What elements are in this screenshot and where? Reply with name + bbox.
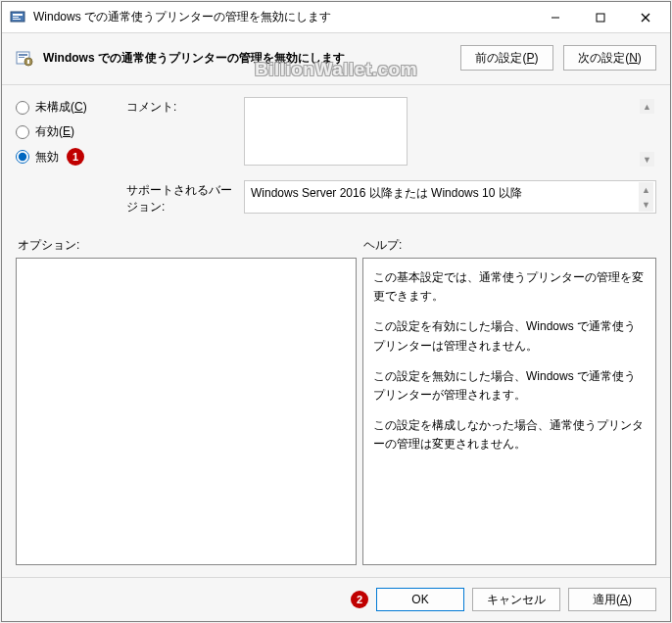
radio-enabled-input[interactable]	[16, 125, 29, 139]
comment-scroll-indicator: ▲ ▼	[640, 99, 654, 167]
ok-button[interactable]: OK	[376, 588, 464, 611]
app-icon	[10, 10, 25, 25]
help-paragraph: この設定を構成しなかった場合、通常使うプリンターの管理は変更されません。	[373, 416, 646, 454]
radio-enabled[interactable]: 有効(E)	[16, 123, 119, 140]
help-paragraph: この設定を無効にした場合、Windows で通常使うプリンターが管理されます。	[373, 367, 646, 405]
svg-rect-2	[13, 17, 19, 18]
svg-rect-1	[13, 14, 23, 16]
radio-not-configured-input[interactable]	[16, 101, 29, 115]
titlebar: Windows での通常使うプリンターの管理を無効にします	[2, 2, 670, 33]
radio-not-configured[interactable]: 未構成(C)	[16, 99, 119, 116]
close-button[interactable]	[623, 3, 668, 32]
comment-label: コメント:	[126, 97, 234, 116]
options-heading: オプション:	[16, 237, 363, 254]
apply-button[interactable]: 適用(A)	[568, 588, 656, 611]
scroll-up-icon: ▲	[639, 182, 653, 197]
svg-rect-12	[27, 60, 29, 64]
minimize-button[interactable]	[533, 3, 578, 32]
previous-setting-button[interactable]: 前の設定(P)	[460, 45, 553, 71]
dialog-header: Windows での通常使うプリンターの管理を無効にします 前の設定(P) 次の…	[2, 33, 670, 85]
help-paragraph: この設定を有効にした場合、Windows で通常使うプリンターは管理されません。	[373, 317, 646, 355]
radio-not-configured-label: 未構成(C)	[35, 99, 87, 116]
radio-disabled-input[interactable]	[16, 150, 29, 164]
comment-textarea[interactable]	[244, 97, 408, 166]
radio-disabled[interactable]: 無効 1	[16, 148, 119, 166]
options-panel	[16, 258, 357, 565]
dialog-window: Windows での通常使うプリンターの管理を無効にします Windows での…	[1, 1, 671, 622]
policy-title: Windows での通常使うプリンターの管理を無効にします	[43, 50, 451, 67]
mid-column: コメント: ▲ ▼ サポートされるバージョン: Windows Server 2…	[126, 97, 656, 216]
scroll-up-icon: ▲	[640, 99, 654, 114]
help-paragraph: この基本設定では、通常使うプリンターの管理を変更できます。	[373, 268, 646, 306]
dialog-footer: 2 OK キャンセル 適用(A)	[2, 577, 670, 621]
annotation-badge-1: 1	[67, 148, 84, 166]
scroll-down-icon: ▼	[640, 152, 654, 167]
svg-rect-3	[13, 19, 21, 20]
svg-rect-5	[597, 14, 604, 22]
supported-on-label: サポートされるバージョン:	[126, 180, 234, 216]
scroll-down-icon: ▼	[639, 197, 653, 212]
annotation-badge-2: 2	[351, 591, 368, 608]
subhead-row: オプション: ヘルプ:	[16, 237, 656, 254]
window-title: Windows での通常使うプリンターの管理を無効にします	[33, 9, 533, 25]
svg-rect-9	[19, 54, 27, 56]
policy-icon	[16, 49, 33, 67]
help-heading: ヘルプ:	[363, 237, 402, 254]
panels-row: この基本設定では、通常使うプリンターの管理を変更できます。 この設定を有効にした…	[16, 258, 656, 565]
radio-disabled-label: 無効	[35, 149, 59, 166]
supported-scroll-indicator: ▲ ▼	[639, 182, 653, 212]
maximize-button[interactable]	[578, 3, 623, 32]
supported-on-text: Windows Server 2016 以降または Windows 10 以降 …	[244, 180, 656, 214]
radio-enabled-label: 有効(E)	[35, 123, 74, 140]
content-area: 未構成(C) 有効(E) 無効 1 コメント:	[2, 85, 670, 577]
svg-rect-10	[19, 57, 24, 58]
supported-on-value: Windows Server 2016 以降または Windows 10 以降	[251, 186, 522, 200]
next-setting-button[interactable]: 次の設定(N)	[563, 45, 656, 71]
help-panel: この基本設定では、通常使うプリンターの管理を変更できます。 この設定を有効にした…	[362, 258, 656, 565]
state-radio-group: 未構成(C) 有効(E) 無効 1	[16, 97, 119, 166]
cancel-button[interactable]: キャンセル	[472, 588, 560, 611]
